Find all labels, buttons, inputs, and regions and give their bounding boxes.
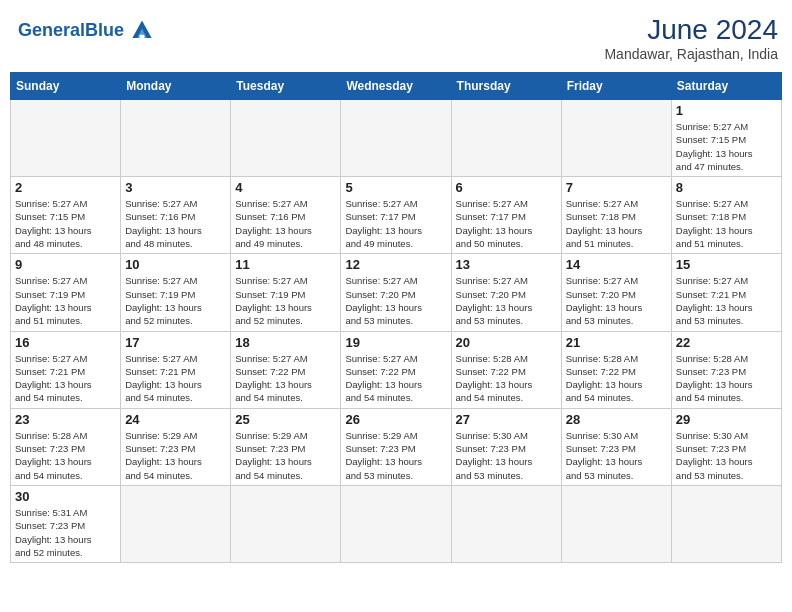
day-info: Sunrise: 5:31 AM Sunset: 7:23 PM Dayligh…	[15, 506, 116, 559]
day-number: 30	[15, 489, 116, 504]
calendar-cell: 5Sunrise: 5:27 AM Sunset: 7:17 PM Daylig…	[341, 177, 451, 254]
day-number: 8	[676, 180, 777, 195]
calendar-cell: 29Sunrise: 5:30 AM Sunset: 7:23 PM Dayli…	[671, 408, 781, 485]
day-header-thursday: Thursday	[451, 73, 561, 100]
calendar-cell: 23Sunrise: 5:28 AM Sunset: 7:23 PM Dayli…	[11, 408, 121, 485]
calendar-cell	[121, 100, 231, 177]
calendar-cell: 11Sunrise: 5:27 AM Sunset: 7:19 PM Dayli…	[231, 254, 341, 331]
day-info: Sunrise: 5:27 AM Sunset: 7:16 PM Dayligh…	[235, 197, 336, 250]
day-info: Sunrise: 5:29 AM Sunset: 7:23 PM Dayligh…	[125, 429, 226, 482]
calendar-cell: 16Sunrise: 5:27 AM Sunset: 7:21 PM Dayli…	[11, 331, 121, 408]
day-number: 28	[566, 412, 667, 427]
day-number: 6	[456, 180, 557, 195]
calendar-cell	[561, 100, 671, 177]
calendar-cell: 17Sunrise: 5:27 AM Sunset: 7:21 PM Dayli…	[121, 331, 231, 408]
day-info: Sunrise: 5:28 AM Sunset: 7:23 PM Dayligh…	[676, 352, 777, 405]
day-info: Sunrise: 5:30 AM Sunset: 7:23 PM Dayligh…	[566, 429, 667, 482]
calendar-cell: 27Sunrise: 5:30 AM Sunset: 7:23 PM Dayli…	[451, 408, 561, 485]
day-number: 7	[566, 180, 667, 195]
week-row-1: 1Sunrise: 5:27 AM Sunset: 7:15 PM Daylig…	[11, 100, 782, 177]
calendar-cell	[561, 485, 671, 562]
calendar-cell: 22Sunrise: 5:28 AM Sunset: 7:23 PM Dayli…	[671, 331, 781, 408]
day-info: Sunrise: 5:27 AM Sunset: 7:16 PM Dayligh…	[125, 197, 226, 250]
day-info: Sunrise: 5:27 AM Sunset: 7:17 PM Dayligh…	[345, 197, 446, 250]
calendar-cell: 4Sunrise: 5:27 AM Sunset: 7:16 PM Daylig…	[231, 177, 341, 254]
day-number: 2	[15, 180, 116, 195]
day-info: Sunrise: 5:28 AM Sunset: 7:23 PM Dayligh…	[15, 429, 116, 482]
calendar-cell	[341, 100, 451, 177]
day-info: Sunrise: 5:27 AM Sunset: 7:19 PM Dayligh…	[15, 274, 116, 327]
calendar-cell: 20Sunrise: 5:28 AM Sunset: 7:22 PM Dayli…	[451, 331, 561, 408]
day-number: 18	[235, 335, 336, 350]
day-number: 11	[235, 257, 336, 272]
day-info: Sunrise: 5:27 AM Sunset: 7:17 PM Dayligh…	[456, 197, 557, 250]
day-number: 16	[15, 335, 116, 350]
week-row-6: 30Sunrise: 5:31 AM Sunset: 7:23 PM Dayli…	[11, 485, 782, 562]
calendar-cell: 30Sunrise: 5:31 AM Sunset: 7:23 PM Dayli…	[11, 485, 121, 562]
day-info: Sunrise: 5:27 AM Sunset: 7:15 PM Dayligh…	[15, 197, 116, 250]
calendar-cell	[451, 485, 561, 562]
calendar-cell: 21Sunrise: 5:28 AM Sunset: 7:22 PM Dayli…	[561, 331, 671, 408]
title-section: June 2024 Mandawar, Rajasthan, India	[604, 14, 778, 62]
week-row-2: 2Sunrise: 5:27 AM Sunset: 7:15 PM Daylig…	[11, 177, 782, 254]
day-info: Sunrise: 5:30 AM Sunset: 7:23 PM Dayligh…	[676, 429, 777, 482]
location: Mandawar, Rajasthan, India	[604, 46, 778, 62]
day-info: Sunrise: 5:27 AM Sunset: 7:18 PM Dayligh…	[566, 197, 667, 250]
calendar-cell: 10Sunrise: 5:27 AM Sunset: 7:19 PM Dayli…	[121, 254, 231, 331]
logo: GeneralBlue	[18, 14, 158, 46]
day-number: 24	[125, 412, 226, 427]
calendar-cell: 19Sunrise: 5:27 AM Sunset: 7:22 PM Dayli…	[341, 331, 451, 408]
calendar-cell: 14Sunrise: 5:27 AM Sunset: 7:20 PM Dayli…	[561, 254, 671, 331]
svg-rect-2	[140, 35, 145, 38]
calendar-cell: 1Sunrise: 5:27 AM Sunset: 7:15 PM Daylig…	[671, 100, 781, 177]
calendar-table: SundayMondayTuesdayWednesdayThursdayFrid…	[10, 72, 782, 563]
calendar-cell: 6Sunrise: 5:27 AM Sunset: 7:17 PM Daylig…	[451, 177, 561, 254]
logo-blue: Blue	[85, 20, 124, 40]
logo-general: General	[18, 20, 85, 40]
calendar-cell	[231, 485, 341, 562]
calendar-cell: 28Sunrise: 5:30 AM Sunset: 7:23 PM Dayli…	[561, 408, 671, 485]
page: GeneralBlue June 2024 Mandawar, Rajastha…	[0, 0, 792, 573]
calendar-cell: 26Sunrise: 5:29 AM Sunset: 7:23 PM Dayli…	[341, 408, 451, 485]
day-info: Sunrise: 5:27 AM Sunset: 7:21 PM Dayligh…	[15, 352, 116, 405]
day-info: Sunrise: 5:27 AM Sunset: 7:22 PM Dayligh…	[235, 352, 336, 405]
calendar-cell	[341, 485, 451, 562]
day-info: Sunrise: 5:27 AM Sunset: 7:21 PM Dayligh…	[676, 274, 777, 327]
day-header-saturday: Saturday	[671, 73, 781, 100]
calendar-cell	[451, 100, 561, 177]
day-number: 15	[676, 257, 777, 272]
day-info: Sunrise: 5:27 AM Sunset: 7:15 PM Dayligh…	[676, 120, 777, 173]
day-info: Sunrise: 5:27 AM Sunset: 7:21 PM Dayligh…	[125, 352, 226, 405]
calendar-cell: 2Sunrise: 5:27 AM Sunset: 7:15 PM Daylig…	[11, 177, 121, 254]
day-info: Sunrise: 5:27 AM Sunset: 7:19 PM Dayligh…	[235, 274, 336, 327]
calendar-cell: 13Sunrise: 5:27 AM Sunset: 7:20 PM Dayli…	[451, 254, 561, 331]
week-row-4: 16Sunrise: 5:27 AM Sunset: 7:21 PM Dayli…	[11, 331, 782, 408]
day-number: 19	[345, 335, 446, 350]
day-info: Sunrise: 5:27 AM Sunset: 7:20 PM Dayligh…	[456, 274, 557, 327]
day-number: 4	[235, 180, 336, 195]
day-number: 13	[456, 257, 557, 272]
calendar-cell: 12Sunrise: 5:27 AM Sunset: 7:20 PM Dayli…	[341, 254, 451, 331]
month-year: June 2024	[604, 14, 778, 46]
calendar-cell	[11, 100, 121, 177]
day-number: 17	[125, 335, 226, 350]
day-number: 22	[676, 335, 777, 350]
calendar-cell: 9Sunrise: 5:27 AM Sunset: 7:19 PM Daylig…	[11, 254, 121, 331]
day-header-friday: Friday	[561, 73, 671, 100]
day-info: Sunrise: 5:27 AM Sunset: 7:18 PM Dayligh…	[676, 197, 777, 250]
day-number: 20	[456, 335, 557, 350]
header: GeneralBlue June 2024 Mandawar, Rajastha…	[10, 10, 782, 66]
calendar-cell	[671, 485, 781, 562]
calendar-cell: 24Sunrise: 5:29 AM Sunset: 7:23 PM Dayli…	[121, 408, 231, 485]
calendar-cell	[231, 100, 341, 177]
calendar-cell: 25Sunrise: 5:29 AM Sunset: 7:23 PM Dayli…	[231, 408, 341, 485]
logo-text: GeneralBlue	[18, 20, 124, 41]
calendar-cell: 3Sunrise: 5:27 AM Sunset: 7:16 PM Daylig…	[121, 177, 231, 254]
day-number: 5	[345, 180, 446, 195]
day-number: 12	[345, 257, 446, 272]
day-info: Sunrise: 5:28 AM Sunset: 7:22 PM Dayligh…	[456, 352, 557, 405]
day-header-tuesday: Tuesday	[231, 73, 341, 100]
day-header-monday: Monday	[121, 73, 231, 100]
week-row-3: 9Sunrise: 5:27 AM Sunset: 7:19 PM Daylig…	[11, 254, 782, 331]
day-number: 14	[566, 257, 667, 272]
